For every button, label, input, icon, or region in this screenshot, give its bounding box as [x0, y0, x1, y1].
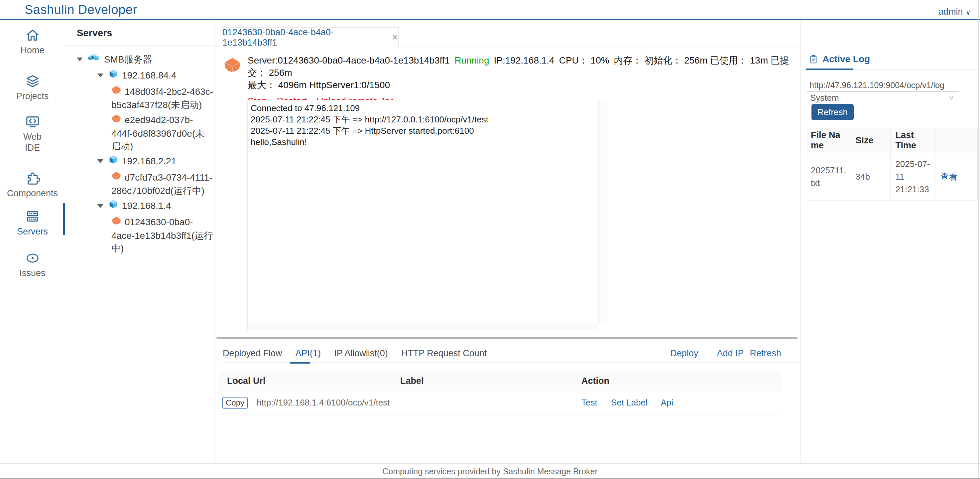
server-cpu: CPU： 10% [559, 55, 609, 65]
close-icon[interactable]: ✕ [391, 33, 398, 42]
tree-node-ip[interactable]: 192.168.1.4 [65, 200, 215, 214]
detail-tabs: Deployed Flow API(1) IP Allowlist(0) HTT… [216, 345, 800, 362]
console-log[interactable]: Connected to 47.96.121.109 2025-07-11 21… [247, 100, 607, 330]
chevron-down-icon: ∨ [966, 8, 971, 16]
api-link[interactable]: Api [661, 398, 673, 407]
server-tab-title: 01243630-0ba0-4ace-b4a0-1e13b14b3ff1 [223, 27, 385, 48]
sidebar-item-label: Home [20, 45, 44, 55]
package-icon [111, 170, 121, 184]
console-log-text: Connected to 47.96.121.109 2025-07-11 21… [251, 102, 596, 321]
column-header-action: Action [581, 376, 781, 386]
column-header-label: Label [400, 376, 581, 386]
sidebar-item-label: Issues [19, 268, 45, 278]
column-header-file-name: File Name [806, 128, 851, 153]
status-badge: Running [455, 55, 489, 65]
add-ip-button[interactable]: Add IP [717, 348, 744, 359]
detail-tab-actions: Deploy Add IP Refresh [670, 345, 781, 362]
sidebar-item-home[interactable]: Home [0, 28, 65, 56]
file-name-cell: 2025711.txt [806, 153, 851, 201]
package-icon [223, 55, 241, 75]
expand-arrow-icon[interactable] [97, 73, 103, 77]
tab-active-log[interactable]: Active Log [808, 54, 870, 65]
components-icon [0, 171, 65, 186]
expand-arrow-icon[interactable] [97, 204, 103, 208]
sidebar-item-projects[interactable]: Projects [0, 73, 65, 102]
file-table-header: File Name Size Last Time [806, 128, 978, 153]
server-info-line2: 最大： 4096m HttpServer1:0/1500 [248, 79, 800, 91]
package-icon [111, 215, 121, 228]
tab-api[interactable]: API(1) [296, 348, 321, 359]
servers-icon [0, 209, 65, 224]
chevron-down-icon: ∨ [949, 93, 954, 102]
window-right-edge [978, 0, 979, 479]
server-cluster-icon [88, 53, 101, 66]
copy-button[interactable]: Copy [223, 397, 248, 409]
footer: Computing services provided by Sashulin … [0, 463, 980, 479]
active-tab-underline [290, 362, 310, 364]
main-panel: 01243630-0ba0-4ace-b4a0-1e13b14b3ff1 ✕ S… [216, 21, 800, 463]
tree-node-label: e2ed94d2-037b-444f-6d8f83967d0e(未启动) [111, 115, 204, 151]
vertical-scrollbar[interactable] [598, 100, 607, 323]
app-window: Sashulin Developer admin∨ Home Projects … [0, 0, 980, 479]
server-icon [108, 199, 119, 212]
tree-node-label: 192.168.84.4 [122, 70, 177, 80]
tab-deployed-flow[interactable]: Deployed Flow [223, 348, 282, 359]
active-log-label: Active Log [822, 54, 870, 64]
active-tab-underline [806, 69, 853, 70]
horizontal-scrollbar-thumb[interactable] [216, 337, 797, 339]
column-header-action [935, 128, 978, 153]
view-link[interactable]: 查看 [940, 172, 958, 182]
server-icon [108, 68, 119, 82]
server-tree: SMB服务器 192.168.84.4 148d03f4-2bc2-463c-b… [65, 46, 215, 255]
user-menu[interactable]: admin∨ [939, 6, 971, 17]
app-title: Sashulin Developer [25, 3, 137, 17]
log-line: 2025-07-11 21:22:45 下午 => http://127.0.0… [251, 114, 596, 125]
file-size-cell: 34b [851, 153, 891, 201]
set-label-link[interactable]: Set Label [611, 398, 648, 407]
tree-node-label: d7cfd7a3-0734-4111-286c710bf02d(运行中) [111, 172, 212, 196]
expand-arrow-icon[interactable] [97, 159, 103, 163]
api-table-header: Local Url Label Action [219, 371, 781, 391]
web-ide-icon [0, 114, 65, 129]
tree-node-instance[interactable]: 148d03f4-2bc2-463c-b5c3af437f28(未启动) [65, 86, 215, 112]
log-category-select[interactable]: System ∨ [806, 91, 959, 104]
tree-node-instance[interactable]: e2ed94d2-037b-444f-6d8f83967d0e(未启动) [65, 114, 215, 153]
server-info-line1: Server:01243630-0ba0-4ace-b4a0-1e13b14b3… [248, 54, 800, 79]
servers-tree-panel: Servers SMB服务器 192.168.84.4 148d03f4-2bc… [65, 21, 215, 463]
projects-icon [0, 73, 65, 89]
column-header-local-url: Local Url [219, 376, 400, 386]
horizontal-scrollbar[interactable] [248, 323, 598, 330]
tree-node-label: 148d03f4-2bc2-463c-b5c3af437f28(未启动) [111, 86, 213, 110]
last-time-cell: 2025-07-11 21:21:33 [891, 153, 935, 201]
tree-node-smb[interactable]: SMB服务器 [65, 53, 215, 67]
expand-arrow-icon[interactable] [77, 57, 83, 61]
tree-node-instance[interactable]: 01243630-0ba0-4ace-1e13b14b3ff1(运行中) [65, 216, 215, 255]
log-refresh-button[interactable]: Refresh [811, 104, 854, 120]
tree-node-label: SMB服务器 [104, 54, 152, 64]
server-icon [108, 154, 119, 168]
refresh-button[interactable]: Refresh [749, 348, 781, 359]
column-header-size: Size [851, 128, 891, 153]
sidebar-item-web-ide[interactable]: Web IDE [0, 114, 65, 153]
server-tab[interactable]: 01243630-0ba0-4ace-b4a0-1e13b14b3ff1 ✕ [222, 27, 399, 47]
log-line: hello,Sashulin! [251, 136, 596, 148]
sidebar-item-servers[interactable]: Servers [0, 209, 65, 237]
log-line: 2025-07-11 21:22:45 下午 => HttpServer sta… [251, 125, 596, 136]
sidebar-item-components[interactable]: Components [0, 171, 65, 199]
table-row: 2025711.txt 34b 2025-07-11 21:21:33 查看 [806, 153, 978, 201]
tree-node-instance[interactable]: d7cfd7a3-0734-4111-286c710bf02d(运行中) [65, 171, 215, 198]
tree-node-ip[interactable]: 192.168.2.21 [65, 155, 215, 169]
tab-http-request-count[interactable]: HTTP Request Count [401, 348, 487, 359]
server-ip: IP:192.168.1.4 [494, 55, 555, 65]
deploy-button[interactable]: Deploy [670, 348, 698, 359]
log-url-input[interactable] [806, 79, 959, 91]
sidebar-item-label: Components [7, 188, 58, 198]
sidebar-item-issues[interactable]: Issues [0, 251, 65, 279]
footer-text: Computing services provided by Sashulin … [382, 467, 598, 476]
tree-node-ip[interactable]: 192.168.84.4 [65, 69, 215, 83]
tree-node-label: 192.168.2.21 [122, 156, 177, 166]
tab-ip-allowlist[interactable]: IP Allowlist(0) [334, 348, 388, 359]
api-table: Local Url Label Action Copy http://192.1… [219, 371, 781, 415]
test-link[interactable]: Test [581, 398, 597, 407]
server-id: Server:01243630-0ba0-4ace-b4a0-1e13b14b3… [248, 55, 450, 65]
